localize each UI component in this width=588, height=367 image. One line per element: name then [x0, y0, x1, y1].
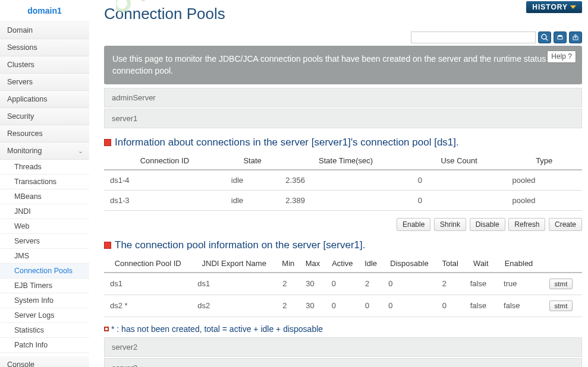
help-button[interactable]: Help ?	[547, 50, 576, 63]
svg-point-1	[141, 0, 146, 1]
col-jndi: JNDI Export Name	[191, 255, 276, 273]
subnav-server-logs[interactable]: Server Logs	[0, 308, 89, 323]
pools-table: Connection Pool ID JNDI Export Name Min …	[104, 255, 582, 317]
subnav-jndi[interactable]: JNDI	[0, 204, 89, 219]
server-row-admin[interactable]: adminServer	[104, 88, 582, 107]
main-content: HISTORY Connection Pools Use this page t	[89, 0, 588, 367]
stmt-button[interactable]: stmt	[549, 300, 573, 311]
footnote: * : has not been created, total = active…	[104, 324, 582, 334]
action-buttons: Enable Shrink Disable Refresh Create	[104, 218, 582, 231]
footnote-text: * : has not been created, total = active…	[111, 324, 323, 334]
col-connection-id: Connection ID	[104, 152, 225, 170]
col-disposable: Disposable	[382, 255, 436, 273]
stmt-button[interactable]: stmt	[549, 279, 573, 289]
server-row-server3[interactable]: server3	[104, 358, 582, 367]
col-wait: Wait	[464, 255, 498, 273]
search-icon[interactable]	[538, 31, 551, 43]
server-row-server1[interactable]: server1	[104, 109, 582, 128]
col-min: Min	[276, 255, 300, 273]
section-marker-icon	[104, 242, 111, 249]
disable-button[interactable]: Disable	[470, 218, 505, 231]
page-title: Connection Pools	[104, 0, 582, 31]
page-title-text: Connection Pools	[104, 5, 225, 23]
subnav-web[interactable]: Web	[0, 219, 89, 234]
nav-clusters[interactable]: Clusters	[0, 56, 89, 74]
table-row[interactable]: ds1-3 idle 2.389 0 pooled	[104, 190, 582, 210]
top-toolbar	[104, 31, 582, 43]
footnote-marker-icon	[104, 327, 109, 331]
subnav-ejb-timers[interactable]: EJB Timers	[0, 279, 89, 293]
table-row[interactable]: ds1 ds1 2 30 0 2 0 2 false true stmt	[104, 273, 582, 295]
col-total: Total	[436, 255, 464, 273]
monitoring-subnav: Threads Transactions MBeans JNDI Web Ser…	[0, 160, 89, 353]
nav-monitoring[interactable]: Monitoring ⌄	[0, 143, 89, 160]
export-icon[interactable]	[569, 31, 582, 43]
subnav-transactions[interactable]: Transactions	[0, 175, 89, 189]
col-stmt	[540, 255, 582, 273]
nav-domain[interactable]: Domain	[0, 22, 89, 39]
col-idle: Idle	[359, 255, 382, 273]
subnav-system-info[interactable]: System Info	[0, 293, 89, 308]
nav-servers[interactable]: Servers	[0, 74, 89, 91]
subnav-statistics[interactable]: Statistics	[0, 323, 89, 338]
domain-title[interactable]: domain1	[0, 0, 89, 22]
col-use-count: Use Count	[412, 152, 507, 170]
search-input[interactable]	[411, 31, 536, 43]
nav-console[interactable]: Console	[0, 356, 89, 367]
nav-resources[interactable]: Resources	[0, 125, 89, 143]
refresh-button[interactable]: Refresh	[508, 218, 545, 231]
subnav-threads[interactable]: Threads	[0, 160, 89, 175]
chevron-down-icon: ⌄	[78, 147, 83, 155]
server-row-server2[interactable]: server2	[104, 337, 582, 357]
info-banner: Use this page to monitor the JDBC/JCA co…	[104, 46, 582, 84]
svg-rect-5	[558, 35, 562, 37]
col-active: Active	[326, 255, 359, 273]
subnav-patch-info[interactable]: Patch Info	[0, 338, 89, 353]
col-pool-id: Connection Pool ID	[104, 255, 191, 273]
section2-title-text: The connection pool information on the s…	[115, 239, 365, 251]
col-max: Max	[300, 255, 325, 273]
subnav-servers[interactable]: Servers	[0, 234, 89, 249]
nav-security[interactable]: Security	[0, 108, 89, 125]
table-row[interactable]: ds1-4 idle 2.356 0 pooled	[104, 170, 582, 191]
banner-text: Use this page to monitor the JDBC/JCA co…	[112, 54, 562, 75]
table-row[interactable]: ds2 * ds2 2 30 0 0 0 0 false false stmt	[104, 295, 582, 317]
section1-title: Information about connections in the ser…	[104, 137, 582, 148]
shrink-button[interactable]: Shrink	[434, 218, 466, 231]
svg-line-3	[546, 39, 548, 40]
nav-monitoring-label: Monitoring	[7, 147, 42, 155]
nav-applications[interactable]: Applications	[0, 91, 89, 108]
print-icon[interactable]	[554, 31, 567, 43]
svg-point-2	[542, 34, 546, 39]
col-state-time: State Time(sec)	[279, 152, 412, 170]
subnav-connection-pools[interactable]: Connection Pools	[0, 264, 89, 279]
subnav-jms[interactable]: JMS	[0, 249, 89, 264]
sidebar: domain1 Domain Sessions Clusters Servers…	[0, 0, 89, 367]
create-button[interactable]: Create	[549, 218, 582, 231]
nav-sessions[interactable]: Sessions	[0, 39, 89, 56]
enable-button[interactable]: Enable	[397, 218, 430, 231]
col-state: State	[225, 152, 279, 170]
section1-title-text: Information about connections in the ser…	[115, 137, 459, 148]
section-marker-icon	[104, 139, 111, 146]
col-type: Type	[506, 152, 582, 170]
subnav-mbeans[interactable]: MBeans	[0, 189, 89, 204]
section2-title: The connection pool information on the s…	[104, 239, 582, 251]
col-enabled: Enabled	[498, 255, 540, 273]
connections-table: Connection ID State State Time(sec) Use …	[104, 152, 582, 211]
